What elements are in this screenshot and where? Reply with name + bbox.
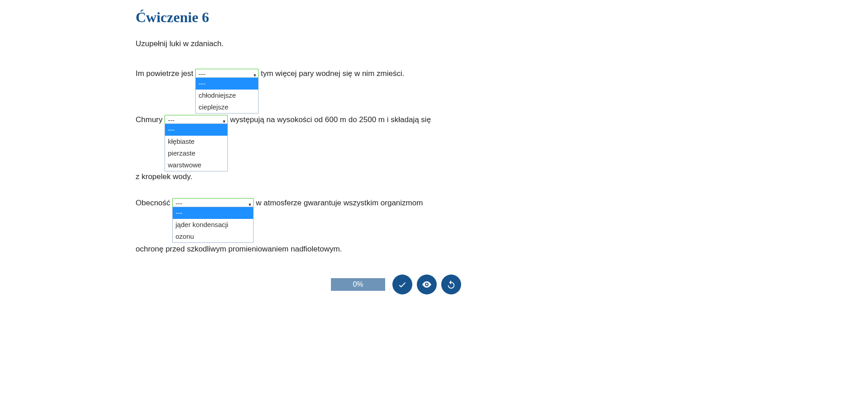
select-3-wrapper: --- --- jąder kondensacji ozonu: [172, 196, 254, 210]
sentence-2: Chmury --- --- kłębiaste pierzaste warst…: [136, 113, 461, 127]
sentence-1-after: tym więcej pary wodnej się w nim zmieści…: [259, 69, 404, 78]
sentence-2-before: Chmury: [136, 115, 165, 124]
sentence-2-cont: z kropelek wody.: [136, 170, 461, 184]
select-2-wrapper: --- --- kłębiaste pierzaste warstwowe: [165, 113, 228, 127]
select-1-option-1[interactable]: chłodniejsze: [196, 90, 258, 101]
refresh-icon: [446, 280, 456, 289]
select-2-option-3[interactable]: warstwowe: [165, 159, 227, 171]
select-1-option-2[interactable]: cieplejsze: [196, 101, 258, 113]
check-icon: [397, 280, 407, 289]
show-answer-button[interactable]: [417, 275, 437, 294]
select-3-option-2[interactable]: ozonu: [173, 231, 253, 242]
footer-controls: 0%: [136, 275, 461, 294]
select-1-option-0[interactable]: ---: [196, 78, 258, 90]
eye-icon: [421, 279, 432, 290]
select-3-option-0[interactable]: ---: [173, 207, 253, 219]
sentence-3-before: Obecność: [136, 199, 172, 207]
select-1-wrapper: --- --- chłodniejsze cieplejsze: [195, 66, 259, 81]
select-2-option-2[interactable]: pierzaste: [165, 147, 227, 159]
select-1-dropdown: --- chłodniejsze cieplejsze: [195, 77, 259, 114]
sentence-1-before: Im powietrze jest: [136, 69, 195, 78]
sentence-2-after: występują na wysokości od 600 m do 2500 …: [228, 115, 431, 124]
reset-button[interactable]: [441, 275, 461, 294]
exercise-container: Ćwiczenie 6 Uzupełnij luki w zdaniach. I…: [136, 0, 461, 294]
select-3-option-1[interactable]: jąder kondensacji: [173, 219, 253, 231]
select-3-value: ---: [175, 199, 182, 207]
progress-indicator: 0%: [331, 278, 385, 291]
spacer-1: [136, 81, 461, 113]
select-2-option-0[interactable]: ---: [165, 124, 227, 136]
select-2-value: ---: [168, 116, 175, 124]
sentence-3-after: w atmosferze gwarantuje wszystkim organi…: [254, 199, 423, 207]
check-button[interactable]: [392, 275, 412, 294]
exercise-title: Ćwiczenie 6: [136, 9, 461, 26]
select-3-dropdown: --- jąder kondensacji ozonu: [172, 207, 254, 243]
sentence-3-cont: ochronę przed szkodliwym promieniowaniem…: [136, 242, 461, 256]
sentence-3: Obecność --- --- jąder kondensacji ozonu…: [136, 196, 461, 210]
select-1-value: ---: [198, 70, 205, 78]
instruction-text: Uzupełnij luki w zdaniach.: [136, 39, 461, 48]
select-2-dropdown: --- kłębiaste pierzaste warstwowe: [165, 123, 228, 171]
select-2-option-1[interactable]: kłębiaste: [165, 136, 227, 147]
sentence-1: Im powietrze jest --- --- chłodniejsze c…: [136, 66, 461, 81]
gap-2-3: [136, 188, 461, 196]
